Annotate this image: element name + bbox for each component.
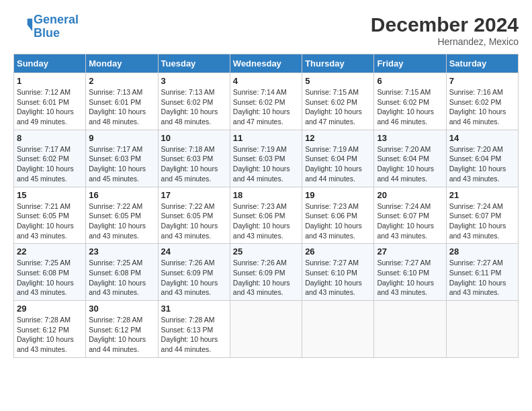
calendar-header-row: Sunday Monday Tuesday Wednesday Thursday… [14,54,519,73]
day-number: 3 [161,76,227,86]
day-info: Sunrise: 7:18 AM Sunset: 6:03 PM Dayligh… [161,144,227,184]
calendar-week-row: 1Sunrise: 7:12 AM Sunset: 6:01 PM Daylig… [14,73,519,130]
day-info: Sunrise: 7:24 AM Sunset: 6:07 PM Dayligh… [377,201,443,241]
day-info: Sunrise: 7:28 AM Sunset: 6:12 PM Dayligh… [89,315,154,355]
day-number: 21 [449,190,515,200]
header-tuesday: Tuesday [158,54,230,73]
day-info: Sunrise: 7:28 AM Sunset: 6:13 PM Dayligh… [161,315,227,355]
day-number: 19 [305,190,371,200]
header-sunday: Sunday [14,54,86,73]
table-row: 23Sunrise: 7:25 AM Sunset: 6:08 PM Dayli… [86,244,158,301]
table-row: 13Sunrise: 7:20 AM Sunset: 6:04 PM Dayli… [374,130,446,187]
table-row: 2Sunrise: 7:13 AM Sunset: 6:01 PM Daylig… [86,73,158,130]
day-info: Sunrise: 7:12 AM Sunset: 6:01 PM Dayligh… [17,87,83,127]
day-info: Sunrise: 7:26 AM Sunset: 6:09 PM Dayligh… [161,258,227,298]
day-number: 1 [17,76,83,86]
day-number: 27 [377,246,443,257]
day-number: 22 [17,246,83,257]
title-section: December 2024 Hernandez, Mexico [371,13,519,47]
day-info: Sunrise: 7:13 AM Sunset: 6:01 PM Dayligh… [89,87,154,127]
table-row [302,301,374,358]
day-info: Sunrise: 7:14 AM Sunset: 6:02 PM Dayligh… [233,87,299,127]
logo-icon [15,16,34,35]
header-thursday: Thursday [302,54,374,73]
table-row: 18Sunrise: 7:23 AM Sunset: 6:06 PM Dayli… [230,187,302,244]
table-row: 27Sunrise: 7:27 AM Sunset: 6:10 PM Dayli… [374,244,446,301]
calendar-table: Sunday Monday Tuesday Wednesday Thursday… [13,54,519,358]
day-info: Sunrise: 7:17 AM Sunset: 6:02 PM Dayligh… [17,144,83,184]
table-row: 16Sunrise: 7:22 AM Sunset: 6:05 PM Dayli… [86,187,158,244]
day-number: 6 [377,76,443,86]
svg-marker-0 [28,19,32,25]
day-number: 18 [233,190,299,200]
table-row: 1Sunrise: 7:12 AM Sunset: 6:01 PM Daylig… [14,73,86,130]
table-row: 3Sunrise: 7:13 AM Sunset: 6:02 PM Daylig… [158,73,230,130]
day-info: Sunrise: 7:19 AM Sunset: 6:04 PM Dayligh… [305,144,371,184]
table-row [446,301,518,358]
day-info: Sunrise: 7:26 AM Sunset: 6:09 PM Dayligh… [233,258,299,298]
day-info: Sunrise: 7:13 AM Sunset: 6:02 PM Dayligh… [161,87,227,127]
table-row: 11Sunrise: 7:19 AM Sunset: 6:03 PM Dayli… [230,130,302,187]
day-number: 8 [17,133,83,143]
day-info: Sunrise: 7:23 AM Sunset: 6:06 PM Dayligh… [305,201,371,241]
table-row [230,301,302,358]
header-monday: Monday [86,54,158,73]
table-row: 4Sunrise: 7:14 AM Sunset: 6:02 PM Daylig… [230,73,302,130]
day-number: 7 [449,76,515,86]
day-number: 29 [17,304,83,314]
table-row: 28Sunrise: 7:27 AM Sunset: 6:11 PM Dayli… [446,244,518,301]
day-info: Sunrise: 7:19 AM Sunset: 6:03 PM Dayligh… [233,144,299,184]
table-row: 20Sunrise: 7:24 AM Sunset: 6:07 PM Dayli… [374,187,446,244]
day-number: 20 [377,190,443,200]
day-number: 30 [89,304,154,314]
day-number: 23 [89,246,154,257]
day-info: Sunrise: 7:20 AM Sunset: 6:04 PM Dayligh… [449,144,515,184]
day-number: 24 [161,246,227,257]
table-row: 25Sunrise: 7:26 AM Sunset: 6:09 PM Dayli… [230,244,302,301]
day-info: Sunrise: 7:24 AM Sunset: 6:07 PM Dayligh… [449,201,515,241]
day-number: 5 [305,76,371,86]
header-saturday: Saturday [446,54,518,73]
day-info: Sunrise: 7:25 AM Sunset: 6:08 PM Dayligh… [89,258,154,298]
day-number: 31 [161,304,227,314]
day-number: 16 [89,190,154,200]
day-info: Sunrise: 7:27 AM Sunset: 6:10 PM Dayligh… [377,258,443,298]
day-number: 13 [377,133,443,143]
day-number: 4 [233,76,299,86]
table-row: 19Sunrise: 7:23 AM Sunset: 6:06 PM Dayli… [302,187,374,244]
table-row: 30Sunrise: 7:28 AM Sunset: 6:12 PM Dayli… [86,301,158,358]
day-info: Sunrise: 7:16 AM Sunset: 6:02 PM Dayligh… [449,87,515,127]
day-info: Sunrise: 7:27 AM Sunset: 6:11 PM Dayligh… [449,258,515,298]
day-info: Sunrise: 7:22 AM Sunset: 6:05 PM Dayligh… [89,201,154,241]
day-number: 14 [449,133,515,143]
calendar-week-row: 15Sunrise: 7:21 AM Sunset: 6:05 PM Dayli… [14,187,519,244]
location: Hernandez, Mexico [371,36,519,47]
table-row [374,301,446,358]
calendar-week-row: 8Sunrise: 7:17 AM Sunset: 6:02 PM Daylig… [14,130,519,187]
day-number: 26 [305,246,371,257]
day-number: 10 [161,133,227,143]
day-number: 17 [161,190,227,200]
svg-marker-1 [28,25,32,31]
day-info: Sunrise: 7:22 AM Sunset: 6:05 PM Dayligh… [161,201,227,241]
table-row: 5Sunrise: 7:15 AM Sunset: 6:02 PM Daylig… [302,73,374,130]
table-row: 8Sunrise: 7:17 AM Sunset: 6:02 PM Daylig… [14,130,86,187]
day-number: 11 [233,133,299,143]
table-row: 10Sunrise: 7:18 AM Sunset: 6:03 PM Dayli… [158,130,230,187]
logo: General Blue [13,13,79,40]
day-number: 2 [89,76,154,86]
day-info: Sunrise: 7:20 AM Sunset: 6:04 PM Dayligh… [377,144,443,184]
table-row: 21Sunrise: 7:24 AM Sunset: 6:07 PM Dayli… [446,187,518,244]
day-number: 12 [305,133,371,143]
day-number: 25 [233,246,299,257]
day-info: Sunrise: 7:23 AM Sunset: 6:06 PM Dayligh… [233,201,299,241]
day-info: Sunrise: 7:15 AM Sunset: 6:02 PM Dayligh… [305,87,371,127]
day-number: 15 [17,190,83,200]
table-row: 26Sunrise: 7:27 AM Sunset: 6:10 PM Dayli… [302,244,374,301]
table-row: 7Sunrise: 7:16 AM Sunset: 6:02 PM Daylig… [446,73,518,130]
day-info: Sunrise: 7:25 AM Sunset: 6:08 PM Dayligh… [17,258,83,298]
day-number: 28 [449,246,515,257]
month-title: December 2024 [371,13,519,36]
day-info: Sunrise: 7:27 AM Sunset: 6:10 PM Dayligh… [305,258,371,298]
table-row: 14Sunrise: 7:20 AM Sunset: 6:04 PM Dayli… [446,130,518,187]
